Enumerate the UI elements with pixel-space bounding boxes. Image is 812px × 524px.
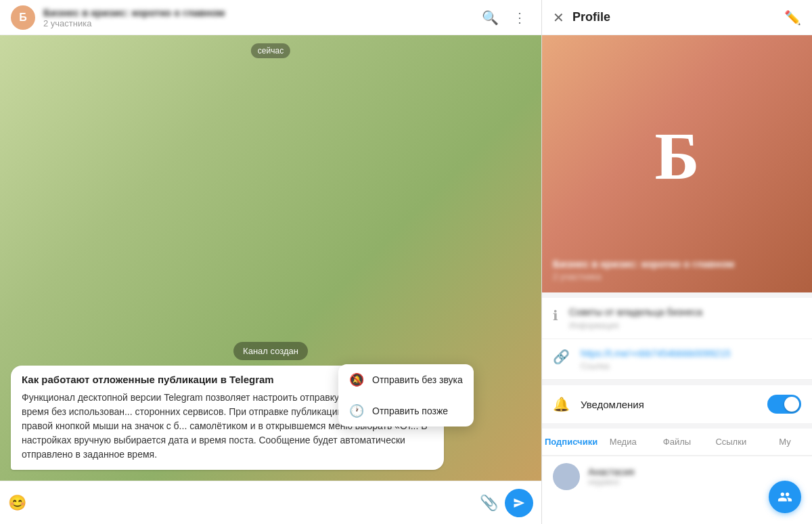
channel-created-label: Канал создан (233, 342, 308, 360)
chat-input-area: 😊 📎 (0, 481, 541, 524)
profile-description-item: ℹ Советы от владельца бизнеса Информация (542, 298, 812, 339)
chat-header-info: Бизнес в кризис: коротко о главном 2 уча… (43, 7, 471, 28)
notifications-toggle[interactable] (767, 395, 801, 414)
tab-subscribers[interactable]: Подписчики (542, 429, 596, 455)
tab-mu[interactable]: Му (758, 429, 812, 455)
chat-header: Б Бизнес в кризис: коротко о главном 2 у… (0, 0, 541, 35)
send-later-label: Отправить позже (372, 406, 448, 416)
member-status: недавно (588, 477, 801, 487)
profile-header: ✕ Profile ✏️ (542, 0, 812, 35)
profile-name: Бизнес в кризис: коротко о главном (553, 257, 801, 271)
tab-files[interactable]: Файлы (650, 429, 704, 455)
profile-link-item: 🔗 https://t.me/+nbb7454bbbb0099215 Ссылк… (542, 339, 812, 380)
toggle-knob (784, 397, 799, 412)
members-area: Анастасия недавно (542, 456, 812, 524)
send-silent-item[interactable]: 🔕 Отправить без звука (338, 364, 474, 395)
bell-icon: 🔔 (553, 396, 570, 412)
profile-members: 2 участника (553, 271, 801, 282)
attach-icon[interactable]: 📎 (480, 494, 498, 512)
profile-big-avatar: Б (654, 117, 699, 195)
add-member-button[interactable] (769, 481, 801, 513)
profile-link[interactable]: https://t.me/+nbb7454bbbb0099215 (581, 347, 730, 361)
date-label: сейчас (251, 43, 290, 58)
mute-icon: 🔕 (349, 372, 364, 387)
profile-cover: Б Бизнес в кризис: коротко о главном 2 у… (542, 35, 812, 292)
member-avatar (553, 463, 580, 490)
profile-panel: ✕ Profile ✏️ Б Бизнес в кризис: коротко … (541, 0, 812, 524)
profile-info: ℹ Советы от владельца бизнеса Информация… (542, 298, 812, 380)
profile-link-sub: Ссылка (581, 362, 730, 371)
clock-icon: 🕐 (349, 403, 364, 418)
tab-links[interactable]: Ссылки (704, 429, 758, 455)
search-icon[interactable]: 🔍 (479, 7, 501, 28)
chat-title: Бизнес в кризис: коротко о главном (43, 7, 471, 18)
info-icon: ℹ (553, 307, 558, 324)
chat-input[interactable] (33, 489, 473, 517)
chat-avatar: Б (11, 5, 35, 30)
send-silent-label: Отправить без звука (372, 374, 463, 385)
context-menu: 🔕 Отправить без звука 🕐 Отправить позже (338, 364, 474, 427)
profile-description: Советы от владельца бизнеса (569, 306, 702, 320)
emoji-icon[interactable]: 😊 (8, 494, 26, 512)
more-icon[interactable]: ⋮ (509, 7, 531, 28)
chat-background: сейчас Канал создан Как работают отложен… (0, 35, 541, 481)
close-icon[interactable]: ✕ (553, 9, 564, 26)
link-icon: 🔗 (553, 349, 570, 365)
send-button[interactable] (505, 489, 533, 517)
tab-media[interactable]: Медиа (596, 429, 650, 455)
chat-subtitle: 2 участника (43, 18, 471, 28)
send-later-item[interactable]: 🕐 Отправить позже (338, 395, 474, 427)
notifications-label: Уведомления (581, 399, 757, 410)
profile-title: Profile (572, 10, 776, 24)
edit-icon[interactable]: ✏️ (784, 9, 801, 26)
channel-created: Канал создан (0, 342, 541, 360)
profile-tabs: Подписчики Медиа Файлы Ссылки Му (542, 429, 812, 456)
chat-panel: Б Бизнес в кризис: коротко о главном 2 у… (0, 0, 541, 524)
member-name: Анастасия (588, 466, 801, 477)
profile-description-sub: Информация (569, 321, 702, 330)
notifications-row: 🔔 Уведомления (542, 385, 812, 423)
